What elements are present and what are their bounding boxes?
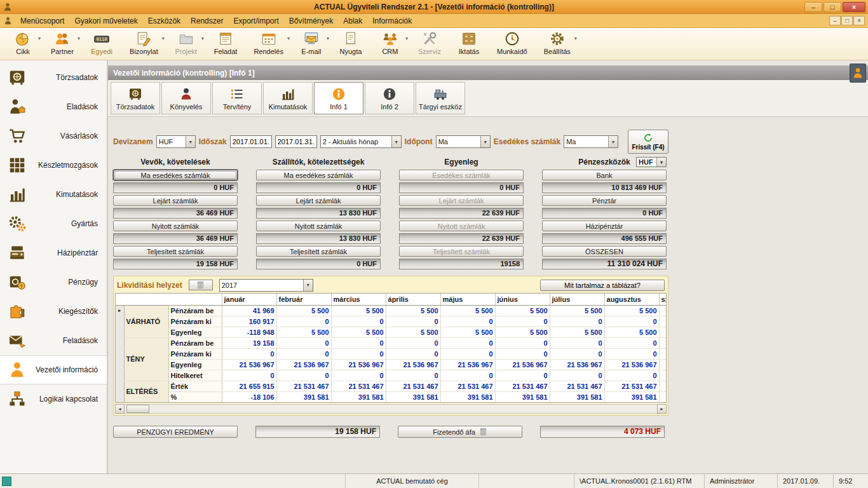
tab-info-1[interactable]: Infó 1 [314, 82, 363, 114]
menu-item-informaciok[interactable]: Információk [367, 15, 417, 27]
row-selector[interactable] [116, 316, 124, 327]
toolbar-item-feladat[interactable]: Feladat [209, 29, 243, 60]
date-to-input[interactable] [275, 135, 317, 148]
sidebar-item-penzugy[interactable]: Pénzügy [0, 268, 107, 297]
toolbar-item-nyugta[interactable]: Nyugta [334, 29, 367, 60]
table-info-button[interactable]: Mit tartalmaz a táblázat? [540, 280, 665, 291]
scroll-right-button[interactable]: ► [657, 404, 667, 414]
toolbar-item-cikk[interactable]: ▾Cikk [6, 29, 39, 60]
summary-button-teljesitett-szamlak[interactable]: Teljesített számlák [113, 246, 238, 257]
sidebar-item-vasarlasok[interactable]: Vásárlások [0, 121, 107, 151]
summary-button-nyitott-szamlak[interactable]: Nyitott számlák [256, 220, 381, 231]
summary-button-nyitott-szamlak[interactable]: Nyitott számlák [113, 220, 238, 231]
mdi-restore-button[interactable]: □ [841, 16, 853, 25]
sidebar-item-eladasok[interactable]: Eladások [0, 92, 107, 121]
row-selector[interactable] [116, 381, 124, 391]
chevron-down-icon[interactable]: ▾ [78, 36, 80, 41]
menu-item-export-import[interactable]: Export/import [228, 15, 283, 27]
toolbar-item-beallitas[interactable]: ▾Beállítás [539, 29, 576, 60]
toolbar-item-munkaido[interactable]: Munkaidő [492, 29, 532, 60]
chevron-down-icon[interactable]: ▾ [287, 36, 290, 41]
toolbar-item-bizonylat[interactable]: ▾Bizonylat [125, 29, 163, 60]
summary-button-osszesen[interactable]: ÖSSZESEN [542, 246, 667, 257]
tab-info-2[interactable]: Infó 2 [365, 82, 414, 114]
user-button[interactable] [850, 64, 866, 83]
table-row: Egyenleg21 536 96721 536 96721 536 96721… [116, 359, 667, 370]
scrollbar-thumb[interactable] [126, 405, 149, 413]
row-selector[interactable] [116, 359, 124, 370]
toolbar-item-crm[interactable]: ▾CRM [374, 29, 407, 60]
due-select[interactable]: Ma ▾ [564, 135, 618, 148]
month-header-augusztus: augusztus [604, 294, 659, 305]
time-select[interactable]: Ma ▾ [436, 135, 491, 148]
summary-button-teljesitett-szamlak[interactable]: Teljesített számlák [256, 246, 381, 257]
sidebar-item-logikai-kapcsolat[interactable]: Logikai kapcsolat [0, 384, 107, 414]
summary-button-ma-esedekes-szamlak[interactable]: Ma esedékes számlák [256, 170, 381, 180]
menu-item-eszkozok[interactable]: Eszközök [143, 15, 186, 27]
sidebar-item-vezetoi-informacio[interactable]: Vezetői információ [0, 355, 107, 384]
mdi-close-button[interactable]: × [853, 16, 865, 25]
year-select[interactable]: 2017 ▾ [219, 279, 313, 292]
sidebar-item-kiegeszitok[interactable]: Kiegészítők [0, 297, 107, 326]
summary-button-lejart-szamlak[interactable]: Lejárt számlák [256, 195, 381, 206]
toolbar-item-iktatas[interactable]: Iktatás [452, 29, 485, 60]
tab-terv-teny[interactable]: Terv/tény [212, 82, 262, 114]
row-selector[interactable] [116, 327, 124, 337]
row-selector[interactable] [116, 370, 124, 381]
summary-button-penztar[interactable]: Pénztár [542, 195, 667, 206]
chevron-down-icon[interactable]: ▾ [201, 36, 204, 41]
scroll-left-button[interactable]: ◄ [115, 404, 125, 414]
row-selector-arrow[interactable]: ► [116, 305, 124, 316]
toolbar-item-projekt[interactable]: ▾Projekt [170, 29, 203, 60]
menu-item-menucsoport[interactable]: Menücsoport [15, 15, 69, 27]
toolbar-item-e-mail[interactable]: ▾E-mail [295, 29, 328, 60]
sidebar-item-kimutatasok[interactable]: Kimutatások [0, 180, 107, 209]
period-preset-select[interactable]: 2 - Aktuális hónap ▾ [320, 135, 402, 148]
mdi-minimize-button[interactable]: – [829, 16, 841, 25]
currency-select[interactable]: HUF ▾ [156, 135, 196, 148]
period-filter-label: Időszak [199, 137, 227, 146]
close-button[interactable]: × [843, 2, 865, 12]
safe-icon [8, 68, 27, 87]
scrollbar-track[interactable] [125, 404, 657, 414]
tab-torzsadatok[interactable]: Törzsadatok [111, 82, 160, 114]
summary-button-hazipenztar[interactable]: Házipénztár [542, 220, 667, 231]
tab-kimutatasok[interactable]: Kimutatások [263, 82, 313, 114]
toolbar-item-egyedi[interactable]: 0110Egyedi [85, 29, 118, 60]
summary-button-bank[interactable]: Bank [542, 170, 667, 180]
liquidity-calc-button[interactable] [189, 280, 213, 290]
summary-button-ma-esedekes-szamlak[interactable]: Ma esedékes számlák [113, 170, 238, 180]
sidebar-item-torzsadatok[interactable]: Törzsadatok [0, 63, 107, 92]
toolbar-item-rendeles[interactable]: ▾Rendelés [248, 29, 288, 60]
vat-payable-button[interactable]: Fizetendő áfa [398, 426, 522, 438]
chevron-down-icon[interactable]: ▾ [405, 36, 408, 41]
menu-item-bovitmenyek[interactable]: Bővítmények [284, 15, 338, 27]
tab-konyveles[interactable]: Könyvelés [161, 82, 211, 114]
tab-targyi-eszkoz[interactable]: Tárgyi eszköz [416, 82, 465, 114]
menu-item-ablak[interactable]: Ablak [338, 15, 367, 27]
chevron-down-icon[interactable]: ▾ [327, 36, 329, 41]
chevron-down-icon[interactable]: ▾ [574, 36, 577, 41]
row-selector[interactable] [116, 348, 124, 359]
toolbar-item-szerviz[interactable]: Szerviz [413, 29, 446, 60]
chevron-down-icon[interactable]: ▾ [38, 36, 41, 41]
menu-item-rendszer[interactable]: Rendszer [186, 15, 228, 27]
sidebar-item-hazipenztar[interactable]: Házipénztár [0, 238, 107, 268]
row-selector[interactable] [116, 337, 124, 348]
toolbar-item-partner[interactable]: ▾Partner [46, 29, 79, 60]
minimize-button[interactable]: – [804, 2, 822, 12]
summary-button-lejart-szamlak[interactable]: Lejárt számlák [113, 195, 238, 206]
cell-value: 391 581 [440, 391, 495, 402]
refresh-button[interactable]: Frissít (F4) [628, 130, 668, 154]
maximize-button[interactable]: □ [824, 2, 841, 12]
financial-result-button[interactable]: PÉNZÜGYI EREDMÉNY [113, 426, 238, 438]
row-selector[interactable] [116, 391, 124, 402]
sidebar-item-gyartas[interactable]: Gyártás [0, 209, 107, 238]
chevron-down-icon[interactable]: ▾ [162, 36, 165, 41]
menu-item-gyakori-muveletek[interactable]: Gyakori műveletek [69, 15, 142, 27]
summary-currency-select[interactable]: HUF▾ [636, 157, 667, 167]
sidebar-item-feladasok[interactable]: Feladások [0, 326, 107, 355]
date-from-input[interactable] [230, 135, 272, 148]
sidebar-item-keszletmozgasok[interactable]: Készletmozgások [0, 151, 107, 180]
horizontal-scrollbar[interactable]: ◄ ► [115, 404, 667, 414]
